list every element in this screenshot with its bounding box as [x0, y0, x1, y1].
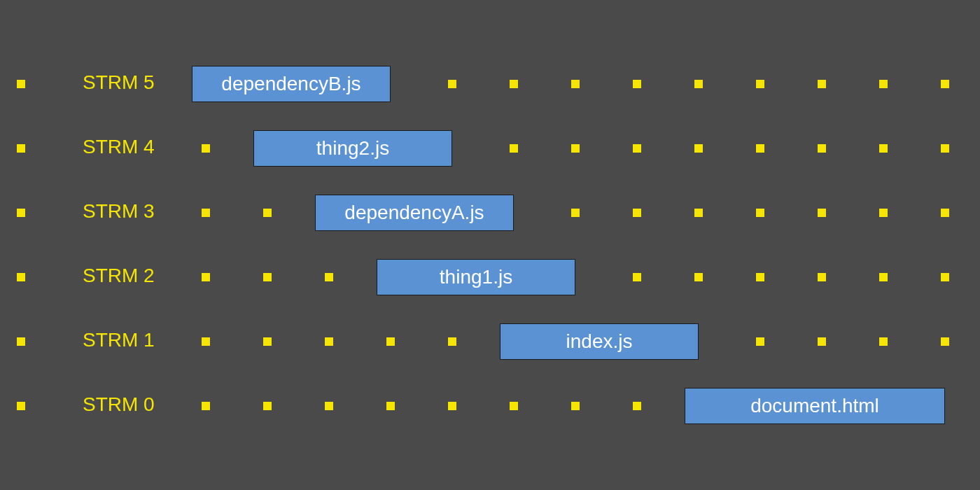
- grid-dot: [263, 209, 272, 217]
- grid-dot: [448, 402, 456, 410]
- grid-dot: [202, 209, 210, 217]
- grid-dot: [571, 80, 580, 88]
- stream-label: STRM 0: [83, 393, 155, 416]
- grid-dot: [633, 273, 641, 281]
- grid-dot: [202, 273, 210, 281]
- grid-dot: [879, 209, 888, 217]
- grid-dot: [510, 144, 518, 153]
- grid-dot: [633, 80, 641, 88]
- grid-dot: [510, 402, 518, 410]
- stream-label: STRM 3: [83, 200, 155, 223]
- grid-dot: [941, 80, 949, 88]
- grid-dot: [263, 402, 272, 410]
- grid-dot: [17, 402, 25, 410]
- grid-dot: [879, 273, 888, 281]
- grid-dot: [571, 209, 580, 217]
- grid-dot: [818, 144, 826, 153]
- stream-block: index.js: [500, 323, 699, 360]
- stream-label: STRM 5: [83, 71, 155, 94]
- grid-dot: [202, 337, 210, 346]
- grid-dot: [818, 80, 826, 88]
- stream-block: thing2.js: [253, 130, 452, 167]
- grid-dot: [17, 144, 25, 153]
- grid-dot: [448, 337, 456, 346]
- grid-dot: [17, 209, 25, 217]
- grid-dot: [202, 144, 210, 153]
- grid-dot: [694, 144, 703, 153]
- grid-dot: [941, 273, 949, 281]
- grid-dot: [325, 402, 333, 410]
- grid-dot: [386, 337, 395, 346]
- grid-dot: [633, 209, 641, 217]
- grid-dot: [941, 209, 949, 217]
- stream-block: thing1.js: [377, 259, 575, 295]
- grid-dot: [818, 209, 826, 217]
- grid-dot: [818, 273, 826, 281]
- grid-dot: [325, 337, 333, 346]
- grid-dot: [879, 144, 888, 153]
- grid-dot: [571, 402, 580, 410]
- grid-dot: [17, 273, 25, 281]
- grid-dot: [263, 273, 272, 281]
- grid-dot: [202, 402, 210, 410]
- stream-label: STRM 4: [83, 136, 155, 158]
- grid-dot: [756, 209, 764, 217]
- grid-dot: [17, 337, 25, 346]
- stream-label: STRM 2: [83, 265, 155, 287]
- grid-dot: [879, 80, 888, 88]
- grid-dot: [818, 337, 826, 346]
- grid-dot: [17, 80, 25, 88]
- grid-dot: [386, 402, 395, 410]
- grid-dot: [694, 80, 703, 88]
- grid-dot: [633, 402, 641, 410]
- grid-dot: [756, 80, 764, 88]
- grid-dot: [756, 337, 764, 346]
- grid-dot: [879, 337, 888, 346]
- grid-dot: [941, 144, 949, 153]
- grid-dot: [694, 273, 703, 281]
- grid-dot: [571, 144, 580, 153]
- stream-block: dependencyB.js: [192, 66, 391, 102]
- grid-dot: [263, 337, 272, 346]
- stream-label: STRM 1: [83, 329, 155, 351]
- grid-dot: [633, 144, 641, 153]
- grid-dot: [448, 80, 456, 88]
- stream-block: document.html: [685, 388, 945, 424]
- grid-dot: [941, 337, 949, 346]
- grid-dot: [756, 273, 764, 281]
- grid-dot: [325, 273, 333, 281]
- grid-dot: [756, 144, 764, 153]
- stream-diagram: STRM 5STRM 4STRM 3STRM 2STRM 1STRM 0depe…: [0, 0, 980, 490]
- grid-dot: [510, 80, 518, 88]
- stream-block: dependencyA.js: [315, 195, 514, 231]
- grid-dot: [694, 209, 703, 217]
